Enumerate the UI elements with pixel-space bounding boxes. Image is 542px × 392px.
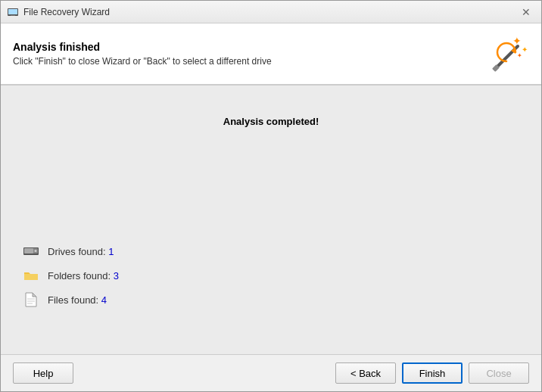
header-text: Analysis finished Click "Finish" to clos… <box>13 41 484 67</box>
file-icon <box>23 292 39 307</box>
svg-rect-12 <box>24 248 33 254</box>
window-title: File Recovery Wizard <box>23 7 517 17</box>
drives-label: Drives found: 1 <box>48 246 114 257</box>
svg-text:✦: ✦ <box>517 52 522 59</box>
content-area: Analysis completed! Drives found: 1 <box>1 86 541 354</box>
drive-icon <box>23 244 39 259</box>
svg-point-11 <box>35 250 37 252</box>
header-subtitle: Click "Finish" to close Wizard or "Back"… <box>13 56 484 67</box>
back-button[interactable]: < Back <box>335 362 396 384</box>
svg-rect-2 <box>11 15 15 16</box>
files-result: Files found: 4 <box>23 292 519 307</box>
svg-text:✦: ✦ <box>512 35 522 47</box>
app-icon <box>7 6 19 18</box>
folders-result: Folders found: 3 <box>23 268 519 283</box>
drives-result: Drives found: 1 <box>23 244 519 259</box>
files-label: Files found: 4 <box>48 294 107 306</box>
files-count: 4 <box>101 294 107 306</box>
svg-rect-1 <box>8 9 17 14</box>
svg-text:✦: ✦ <box>522 45 528 54</box>
folders-label: Folders found: 3 <box>48 270 119 282</box>
finish-button[interactable]: Finish <box>402 362 463 384</box>
folder-icon <box>23 268 39 283</box>
titlebar: File Recovery Wizard ✕ <box>1 1 541 23</box>
close-dialog-button[interactable]: Close <box>469 362 529 384</box>
footer: Help < Back Finish Close <box>1 354 541 391</box>
header-panel: Analysis finished Click "Finish" to clos… <box>1 23 541 86</box>
wizard-icon: ✦ ✦ ✦ <box>484 31 529 76</box>
main-window: File Recovery Wizard ✕ Analysis finished… <box>0 0 542 392</box>
header-title: Analysis finished <box>13 41 484 53</box>
folders-count: 3 <box>114 270 119 282</box>
help-button[interactable]: Help <box>13 362 73 384</box>
results-section: Drives found: 1 Folders found: 3 <box>23 244 519 331</box>
analysis-complete-label: Analysis completed! <box>23 116 519 127</box>
drives-count: 1 <box>108 246 114 257</box>
close-button[interactable]: ✕ <box>517 3 535 21</box>
